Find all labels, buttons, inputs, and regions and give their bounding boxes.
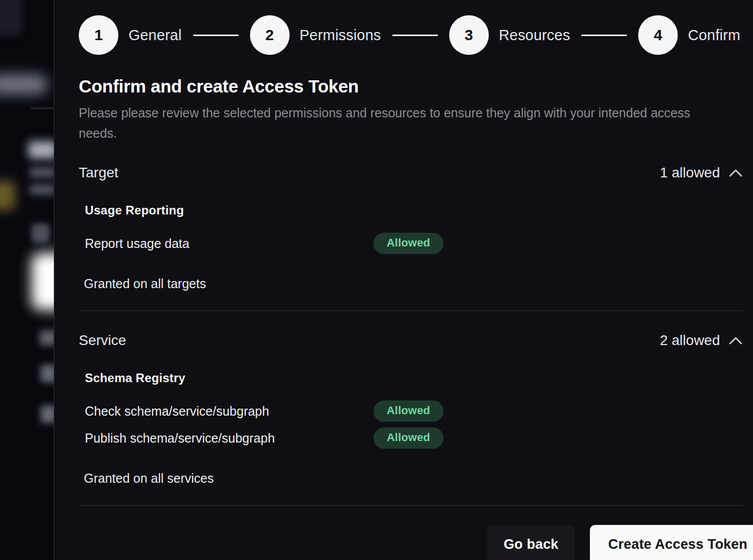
section-title: Service [79,332,126,349]
section-collapse-toggle-service[interactable]: 2 allowed [660,332,742,349]
allowed-count: 2 allowed [660,332,720,349]
group-title: Usage Reporting [85,203,740,217]
chevron-up-icon [729,169,742,177]
status-badge: Allowed [373,233,444,254]
blurred-divider [30,108,54,109]
blurred-logo-block [0,0,22,36]
allowed-count: 1 allowed [660,165,720,181]
create-access-token-button[interactable]: Create Access Token [590,525,753,560]
section-divider [79,505,742,506]
group-title: Schema Registry [85,371,740,385]
blurred-text-fragment [41,365,54,382]
section-header-target: Target 1 allowed [79,165,742,181]
go-back-button[interactable]: Go back [487,525,575,560]
chevron-up-icon [729,336,742,345]
modal-footer: Go back Create Access Token [79,525,753,560]
blurred-accent-box [0,181,15,210]
blurred-nav-item [0,74,48,95]
permission-label: Publish schema/service/subgraph [85,431,373,446]
step-label: General [129,27,182,44]
permission-label: Report usage data [85,236,373,251]
section-title: Target [79,165,118,181]
step-number-circle: 4 [638,15,678,55]
page-title: Confirm and create Access Token [79,76,740,97]
stepper-connector [581,35,627,36]
permission-row: Check schema/service/subgraph Allowed [85,400,740,422]
status-badge: Allowed [373,400,444,422]
create-access-token-modal: 1 General 2 Permissions 3 Resources 4 Co… [54,0,753,560]
blurred-text-fragment [40,330,54,346]
step-permissions[interactable]: 2 Permissions [250,15,381,55]
section-divider [79,310,742,311]
permission-group-usage-reporting: Usage Reporting Report usage data Allowe… [85,203,740,254]
section-header-service: Service 2 allowed [79,332,742,349]
step-resources[interactable]: 3 Resources [449,15,570,55]
step-number-circle: 1 [79,15,118,55]
permission-row: Publish schema/service/subgraph Allowed [85,427,740,449]
section-collapse-toggle-target[interactable]: 1 allowed [660,165,742,181]
wizard-stepper: 1 General 2 Permissions 3 Resources 4 Co… [79,15,740,55]
permission-group-schema-registry: Schema Registry Check schema/service/sub… [85,371,740,449]
stepper-connector [392,35,438,36]
blurred-white-card [32,253,54,310]
blurred-background-sidebar [0,0,54,560]
permission-row: Report usage data Allowed [85,233,740,254]
granted-note-service: Granted on all services [84,471,740,486]
step-confirm[interactable]: 4 Confirm [638,15,740,55]
page-description: Please please review the selected permis… [79,103,704,143]
status-badge: Allowed [373,427,444,449]
blurred-heading-text [28,141,54,159]
stepper-connector [193,35,239,36]
step-label: Confirm [688,27,740,44]
step-number-circle: 2 [250,15,290,55]
step-general[interactable]: 1 General [79,15,182,55]
blurred-text-fragment [41,406,54,423]
step-label: Resources [499,27,570,44]
blurred-text-line [29,168,54,177]
step-number-circle: 3 [449,15,489,55]
blurred-text-line [29,185,54,194]
blurred-icon [32,224,50,243]
permission-label: Check schema/service/subgraph [85,404,373,419]
step-label: Permissions [300,27,381,44]
granted-note-target: Granted on all targets [84,276,740,291]
